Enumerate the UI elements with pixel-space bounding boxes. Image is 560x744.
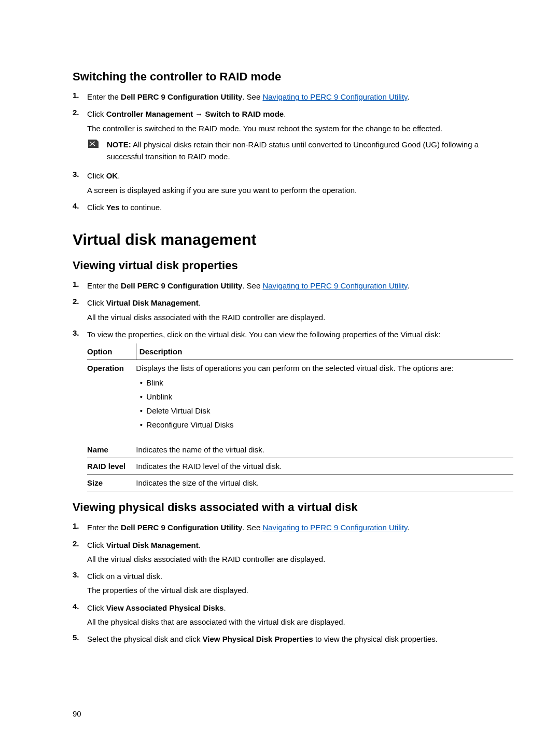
link-navigating[interactable]: Navigating to PERC 9 Configuration Utili… [262,92,407,101]
bullet-text: Delete Virtual Disk [146,405,210,417]
text: Click [87,203,106,212]
text: Enter the [87,92,121,101]
step-paragraph: The controller is switched to the RAID m… [87,122,513,134]
properties-table: Option Description Operation Displays th… [87,343,513,491]
step-body: Click on a virtual disk. The properties … [87,570,513,599]
row-desc: Indicates the name of the virtual disk. [136,442,513,458]
text: . [407,523,409,532]
page-number: 90 [73,709,513,718]
bullet-icon: • [136,391,146,403]
table-row: Name Indicates the name of the virtual d… [87,442,513,458]
step: 2. Click Virtual Disk Management. All th… [73,539,513,568]
text: Enter the [87,523,121,532]
th-option: Option [87,343,136,360]
text-bold: OK [106,171,118,180]
step-number: 3. [73,170,87,198]
text: → [193,109,205,118]
text: . [407,281,409,290]
step-body: Click Yes to continue. [87,201,513,215]
text-bold: View Physical Disk Properties [203,635,313,643]
bullet-icon: • [136,405,146,417]
row-desc: Displays the lists of operations you can… [136,360,513,442]
bullet-text: Unblink [146,391,172,403]
text: Click [87,109,106,118]
section2-steps: 1. Enter the Dell PERC 9 Configuration U… [73,280,513,491]
section3-steps: 1. Enter the Dell PERC 9 Configuration U… [73,521,513,647]
note-icon [87,139,102,149]
step: 4. Click Yes to continue. [73,201,513,215]
text: Displays the lists of operations you can… [136,364,454,373]
text: . [199,298,201,307]
step-number: 2. [73,108,87,167]
text: . [118,171,120,180]
text: Select the physical disk and click [87,635,203,643]
step: 1. Enter the Dell PERC 9 Configuration U… [73,521,513,535]
step-body: To view the properties, click on the vir… [87,328,513,492]
note-block: NOTE: All physical disks retain their no… [87,139,513,163]
link-navigating[interactable]: Navigating to PERC 9 Configuration Utili… [262,281,407,290]
operation-list: •Blink •Unblink •Delete Virtual Disk •Re… [136,377,510,431]
text-bold: Virtual Disk Management [106,298,199,307]
th-description: Description [136,343,513,360]
step-paragraph: The properties of the virtual disk are d… [87,584,513,596]
row-option: Name [87,442,136,458]
step-number: 2. [73,297,87,325]
step-number: 2. [73,539,87,568]
step-body: Click View Associated Physical Disks. Al… [87,602,513,630]
bullet-icon: • [136,377,146,389]
section-heading: Viewing physical disks associated with a… [73,501,513,514]
step: 2. Click Controller Management → Switch … [73,108,513,167]
step-number: 3. [73,570,87,599]
bullet-text: Reconfigure Virtual Disks [146,419,233,431]
text: . [199,541,201,549]
text: . See [242,523,262,532]
step-number: 4. [73,201,87,215]
step: 3. Click OK. A screen is displayed askin… [73,170,513,198]
text: Click [87,171,106,180]
list-item: •Delete Virtual Disk [136,405,510,417]
text: . See [242,281,262,290]
table-row: RAID level Indicates the RAID level of t… [87,458,513,474]
text-bold: Yes [106,203,120,212]
main-heading: Virtual disk management [73,231,513,249]
step-text: Click on a virtual disk. [87,570,513,582]
text: Click [87,541,106,549]
step-body: Enter the Dell PERC 9 Configuration Util… [87,91,513,105]
step-number: 1. [73,91,87,105]
step-paragraph: A screen is displayed asking if you are … [87,184,513,196]
text: . [284,109,286,118]
step: 4. Click View Associated Physical Disks.… [73,602,513,630]
text: to view the physical disk properties. [313,635,438,643]
note-label: NOTE: [107,140,131,149]
bullet-text: Blink [146,377,163,389]
table-row: Size Indicates the size of the virtual d… [87,475,513,491]
step-number: 1. [73,280,87,294]
text-bold: Controller Management [106,109,193,118]
section-heading: Viewing virtual disk properties [73,259,513,272]
step: 1. Enter the Dell PERC 9 Configuration U… [73,280,513,294]
text: . [407,92,409,101]
text: Enter the [87,281,121,290]
step-paragraph: All the physical disks that are associat… [87,616,513,628]
list-item: •Reconfigure Virtual Disks [136,419,510,431]
step-body: Click Controller Management → Switch to … [87,108,513,167]
text-bold: Switch to RAID mode [205,109,284,118]
section-heading: Switching the controller to RAID mode [73,70,513,84]
step-number: 1. [73,521,87,535]
step-body: Enter the Dell PERC 9 Configuration Util… [87,280,513,294]
step-paragraph: All the virtual disks associated with th… [87,553,513,565]
row-desc: Indicates the size of the virtual disk. [136,475,513,491]
text: . See [242,92,262,101]
step-body: Click Virtual Disk Management. All the v… [87,539,513,568]
step: 3. To view the properties, click on the … [73,328,513,492]
section1-steps: 1. Enter the Dell PERC 9 Configuration U… [73,91,513,215]
list-item: •Unblink [136,391,510,403]
step: 2. Click Virtual Disk Management. All th… [73,297,513,325]
note-body: All physical disks retain their non-RAID… [107,140,479,161]
step-body: Enter the Dell PERC 9 Configuration Util… [87,521,513,535]
text-bold: View Associated Physical Disks [106,603,224,612]
link-navigating[interactable]: Navigating to PERC 9 Configuration Utili… [262,523,407,532]
text: . [223,603,226,612]
text-bold: Dell PERC 9 Configuration Utility [121,92,242,101]
step-number: 4. [73,602,87,630]
